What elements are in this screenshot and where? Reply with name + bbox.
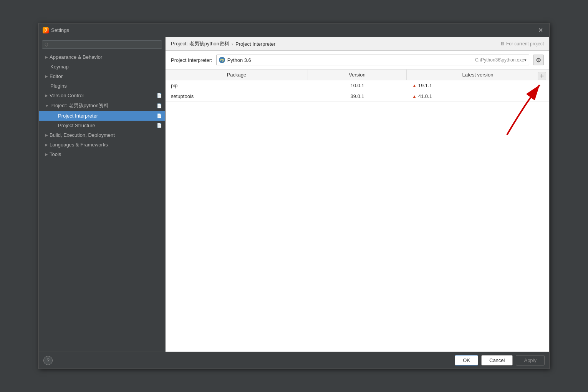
- update-arrow-icon: ▲: [412, 83, 417, 88]
- ok-button[interactable]: OK: [455, 355, 478, 365]
- sidebar-item-label: Project Structure: [58, 123, 95, 128]
- update-arrow-icon: ▲: [412, 94, 417, 99]
- arrow-icon: ▶: [45, 143, 48, 147]
- copy-icon: 📄: [157, 103, 162, 108]
- gear-button[interactable]: ⚙: [533, 55, 544, 65]
- col-package: Package: [166, 70, 308, 80]
- app-icon: J: [43, 27, 49, 33]
- cell-latest: ▲ 19.1.1: [407, 80, 549, 91]
- add-package-button[interactable]: +: [538, 72, 546, 80]
- copy-icon: 📄: [157, 113, 162, 118]
- interpreter-dropdown[interactable]: Py Python 3.6 C:\Python36\python.exe ▾: [216, 55, 529, 65]
- copy-icon: 📄: [157, 123, 162, 128]
- sidebar-item-label: Project Interpreter: [58, 113, 98, 119]
- packages-table: Package Version Latest version pip 10.0.…: [166, 70, 549, 352]
- titlebar: J Settings ✕: [39, 23, 549, 37]
- sidebar-item-build-exec[interactable]: ▶Build, Execution, Deployment: [39, 130, 165, 140]
- sidebar-item-label: Version Control: [50, 93, 84, 98]
- sidebar-item-project-interpreter[interactable]: Project Interpreter📄: [39, 111, 165, 121]
- table-row[interactable]: pip 10.0.1 ▲ 19.1.1: [166, 80, 549, 91]
- sidebar-item-label: Languages & Frameworks: [50, 142, 108, 148]
- sidebar-item-languages[interactable]: ▶Languages & Frameworks: [39, 140, 165, 149]
- titlebar-left: J Settings: [43, 27, 69, 33]
- sidebar-nav: ▶Appearance & BehaviorKeymap▶EditorPlugi…: [39, 52, 165, 159]
- cell-latest: ▲ 41.0.1: [407, 91, 549, 101]
- dialog-buttons: OK Cancel Apply: [455, 355, 545, 365]
- breadcrumb-current: Project Interpreter: [235, 41, 275, 47]
- sidebar-item-keymap[interactable]: Keymap: [39, 62, 165, 71]
- sidebar-item-label: Appearance & Behavior: [50, 54, 102, 60]
- cell-package: pip: [166, 80, 308, 91]
- main-header: Project: 老男孩python资料 › Project Interpret…: [166, 37, 549, 51]
- sidebar-item-project-structure[interactable]: Project Structure📄: [39, 121, 165, 130]
- arrow-icon: ▶: [45, 133, 48, 137]
- sidebar-item-label: Plugins: [50, 83, 67, 89]
- sidebar-item-label: Tools: [50, 151, 61, 157]
- sidebar-item-appearance[interactable]: ▶Appearance & Behavior: [39, 52, 165, 62]
- sidebar-item-label: Editor: [50, 73, 63, 79]
- latest-version: 41.0.1: [418, 93, 432, 99]
- copy-icon: 📄: [157, 93, 162, 98]
- cell-version: 10.0.1: [308, 80, 407, 91]
- arrow-icon: ▶: [45, 55, 48, 59]
- sidebar-item-project[interactable]: ▼Project: 老男孩python资料📄: [39, 100, 165, 111]
- table-row[interactable]: setuptools 39.0.1 ▲ 41.0.1: [166, 91, 549, 102]
- arrow-icon: ▼: [45, 104, 49, 108]
- cancel-button[interactable]: Cancel: [481, 355, 513, 365]
- interpreter-label: Project Interpreter:: [171, 57, 212, 63]
- breadcrumb: Project: 老男孩python资料 › Project Interpret…: [171, 40, 275, 47]
- interpreter-path: C:\Python36\python.exe: [475, 57, 524, 63]
- sidebar: ▶Appearance & BehaviorKeymap▶EditorPlugi…: [39, 37, 166, 352]
- settings-dialog: J Settings ✕ ▶Appearance & BehaviorKeyma…: [38, 23, 550, 369]
- col-version: Version: [308, 70, 407, 80]
- apply-button[interactable]: Apply: [516, 355, 545, 365]
- sidebar-item-label: Project: 老男孩python资料: [50, 102, 109, 109]
- search-input[interactable]: [42, 40, 162, 49]
- add-btn-area: +: [535, 70, 549, 83]
- sidebar-item-plugins[interactable]: Plugins: [39, 81, 165, 91]
- cell-package: setuptools: [166, 91, 308, 101]
- col-latest: Latest version: [407, 70, 549, 80]
- cell-version: 39.0.1: [308, 91, 407, 101]
- for-current-project: 🖥 For current project: [500, 41, 544, 47]
- for-current-label: For current project: [506, 41, 544, 47]
- monitor-icon: 🖥: [500, 41, 505, 47]
- sidebar-item-tools[interactable]: ▶Tools: [39, 149, 165, 159]
- arrow-icon: ▶: [45, 74, 48, 78]
- breadcrumb-project: Project: 老男孩python资料: [171, 40, 229, 47]
- python-icon: Py: [219, 57, 225, 63]
- interpreter-name: Python 3.6: [227, 57, 473, 63]
- bottom-bar: ? OK Cancel Apply: [39, 352, 549, 369]
- dialog-title: Settings: [51, 27, 69, 33]
- search-box: [39, 37, 165, 52]
- sidebar-item-version-control[interactable]: ▶Version Control📄: [39, 91, 165, 100]
- latest-version: 19.1.1: [418, 83, 432, 88]
- help-button[interactable]: ?: [43, 356, 53, 365]
- table-header: Package Version Latest version: [166, 70, 549, 80]
- sidebar-item-editor[interactable]: ▶Editor: [39, 71, 165, 81]
- table-body: pip 10.0.1 ▲ 19.1.1 setuptools 39.0.1 ▲ …: [166, 80, 549, 102]
- close-button[interactable]: ✕: [536, 26, 545, 35]
- content-area: ▶Appearance & BehaviorKeymap▶EditorPlugi…: [39, 37, 549, 352]
- chevron-down-icon: ▾: [524, 58, 527, 63]
- interpreter-row: Project Interpreter: Py Python 3.6 C:\Py…: [166, 51, 549, 70]
- breadcrumb-separator: ›: [232, 41, 233, 47]
- arrow-icon: ▶: [45, 93, 48, 98]
- arrow-icon: ▶: [45, 152, 48, 156]
- main-panel: Project: 老男孩python资料 › Project Interpret…: [166, 37, 549, 352]
- sidebar-item-label: Keymap: [50, 64, 69, 70]
- sidebar-item-label: Build, Execution, Deployment: [50, 132, 115, 138]
